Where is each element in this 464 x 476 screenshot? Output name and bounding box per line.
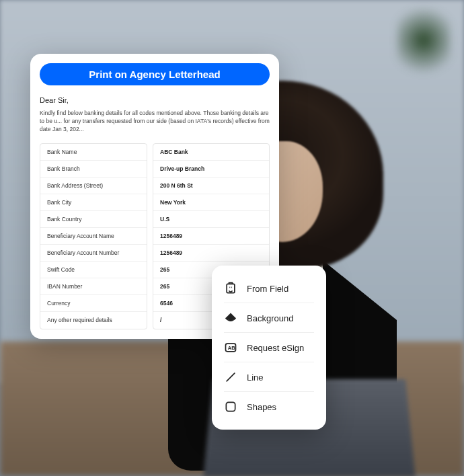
menu-item-label: Request eSign <box>247 343 304 353</box>
table-row: Drive-up Branch <box>153 161 269 177</box>
svg-text:AB: AB <box>228 345 235 351</box>
menu-item-background[interactable]: Background <box>212 303 326 333</box>
salutation-text: Dear Sir, <box>40 96 270 104</box>
table-row: New York <box>153 194 269 211</box>
intro-paragraph: Kindly find below banking details for al… <box>40 110 270 134</box>
svg-rect-4 <box>226 402 235 411</box>
table-row: Swift Code <box>40 262 147 278</box>
table-row: Beneficiary Account Number <box>40 245 147 262</box>
table-labels-column: Bank Name Bank Branch Bank Address (Stre… <box>40 143 147 329</box>
menu-item-label: Shapes <box>247 402 276 412</box>
table-row: 200 N 6th St <box>153 177 269 194</box>
menu-item-line[interactable]: Line <box>212 362 326 392</box>
line-icon <box>224 370 237 384</box>
menu-item-request-esign[interactable]: AB Request eSign <box>212 333 326 362</box>
table-row: Currency <box>40 295 147 312</box>
table-row: Any other required details <box>40 312 147 329</box>
table-row: Bank Address (Street) <box>40 177 147 194</box>
from-field-icon <box>224 282 237 295</box>
tools-menu: From Field Background AB Request eSign L… <box>212 266 326 430</box>
table-row: U.S <box>153 211 269 228</box>
table-row: Bank Branch <box>40 161 147 177</box>
menu-item-label: From Field <box>247 284 288 294</box>
table-row: Bank Name <box>40 144 147 161</box>
table-row: 1256489 <box>153 228 269 245</box>
esign-icon: AB <box>224 341 237 354</box>
table-row: Bank Country <box>40 211 147 228</box>
table-row: Bank City <box>40 194 147 211</box>
menu-item-from-field[interactable]: From Field <box>212 274 326 303</box>
menu-item-shapes[interactable]: Shapes <box>212 392 326 422</box>
letterhead-banner: Print on Agency Letterhead <box>40 63 270 85</box>
table-row: ABC Bank <box>153 144 269 161</box>
table-row: 1256489 <box>153 245 269 262</box>
svg-line-3 <box>227 373 235 381</box>
table-row: Beneficiary Account Name <box>40 228 147 245</box>
table-row: IBAN Number <box>40 278 147 295</box>
background-icon <box>224 311 237 325</box>
menu-item-label: Background <box>247 313 293 323</box>
shapes-icon <box>224 400 237 413</box>
menu-item-label: Line <box>247 372 264 383</box>
